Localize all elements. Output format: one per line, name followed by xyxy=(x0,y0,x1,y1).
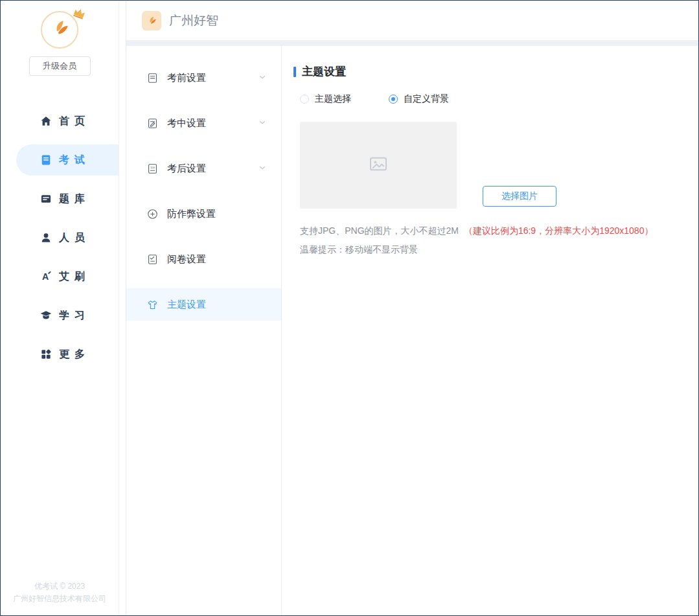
home-icon xyxy=(40,115,52,128)
ai-brush-icon: A xyxy=(40,270,52,283)
sidebar-item-label: 人员 xyxy=(59,231,90,245)
post-exam-icon: 100 xyxy=(146,162,159,175)
chevron-down-icon xyxy=(258,118,267,129)
radio-unselected-icon[interactable] xyxy=(300,95,309,104)
brand-icon xyxy=(142,11,161,30)
more-icon xyxy=(40,348,52,361)
sidebar-item-exam[interactable]: 考试 xyxy=(16,144,119,176)
menu-item-label: 防作弊设置 xyxy=(167,208,267,220)
question-bank-icon xyxy=(40,192,52,205)
theme-settings-panel: 主题设置 主题选择 自定义背景 xyxy=(282,46,698,615)
pre-exam-icon xyxy=(146,71,159,84)
sidebar-item-label: 更多 xyxy=(59,348,90,361)
sidebar-item-learning[interactable]: 学习 xyxy=(16,300,119,331)
sidebar-footer: 优考试 © 2023 广州好智信息技术有限公司 xyxy=(1,580,119,605)
svg-text:A: A xyxy=(42,271,49,282)
radio-theme-select[interactable]: 主题选择 xyxy=(300,93,351,105)
chevron-down-icon xyxy=(258,163,267,174)
page-title: 主题设置 xyxy=(302,64,346,79)
menu-item-theme-settings[interactable]: 主题设置 xyxy=(126,288,281,321)
during-exam-icon xyxy=(146,117,159,130)
copyright-line: 优考试 © 2023 xyxy=(1,580,119,593)
upload-hint-recommend: （建议比例为16:9，分辨率大小为1920x1080） xyxy=(464,225,654,236)
people-icon xyxy=(40,231,52,244)
radio-label: 自定义背景 xyxy=(404,93,449,105)
sidebar-item-more[interactable]: 更多 xyxy=(16,339,119,370)
radio-custom-background[interactable]: 自定义背景 xyxy=(389,93,449,105)
menu-item-label: 考后设置 xyxy=(167,163,258,175)
bird-logo-icon xyxy=(49,17,71,42)
image-placeholder-icon xyxy=(368,154,389,177)
company-line: 广州好智信息技术有限公司 xyxy=(1,593,119,605)
sidebar-item-label: 学习 xyxy=(59,309,90,323)
company-logo xyxy=(41,11,78,49)
header-divider-band xyxy=(126,41,698,46)
upload-hint: 支持JPG、PNG的图片，大小不超过2M （建议比例为16:9，分辨率大小为19… xyxy=(293,225,679,237)
marking-icon xyxy=(146,253,159,266)
anti-cheat-icon xyxy=(146,207,159,220)
sidebar-item-label: 题库 xyxy=(59,192,90,206)
radio-label: 主题选择 xyxy=(315,93,351,105)
sidebar-item-label: 首页 xyxy=(59,115,90,128)
menu-item-label: 阅卷设置 xyxy=(167,253,267,266)
main-sidebar: 升级会员 首页 考试 题库 xyxy=(1,1,119,615)
section-title-row: 主题设置 xyxy=(293,64,679,79)
header: 广州好智 xyxy=(126,1,698,41)
menu-item-anti-cheat-settings[interactable]: 防作弊设置 xyxy=(126,198,281,230)
settings-menu: 考前设置 考中设置 100 xyxy=(126,46,282,615)
learning-icon xyxy=(40,309,52,322)
chevron-down-icon xyxy=(258,73,267,84)
content-region: 广州好智 考前设置 考中设置 xyxy=(126,1,698,615)
mobile-tip: 温馨提示：移动端不显示背景 xyxy=(293,244,679,256)
header-title: 广州好智 xyxy=(169,12,218,29)
exam-icon xyxy=(40,154,52,166)
sidebar-item-home[interactable]: 首页 xyxy=(16,106,119,137)
menu-item-marking-settings[interactable]: 阅卷设置 xyxy=(126,243,281,275)
menu-item-pre-exam-settings[interactable]: 考前设置 xyxy=(126,62,281,94)
sidebar-item-question-bank[interactable]: 题库 xyxy=(16,183,119,214)
title-accent-bar xyxy=(293,67,296,77)
sidebar-item-label: 考试 xyxy=(59,154,90,167)
menu-item-during-exam-settings[interactable]: 考中设置 xyxy=(126,107,281,139)
background-preview xyxy=(300,122,457,209)
sidebar-nav: 首页 考试 题库 人员 A xyxy=(1,106,119,370)
menu-item-post-exam-settings[interactable]: 100 考后设置 xyxy=(126,152,281,185)
upgrade-member-button[interactable]: 升级会员 xyxy=(29,56,91,76)
theme-icon xyxy=(146,298,159,311)
menu-item-label: 主题设置 xyxy=(167,299,267,311)
radio-selected-icon[interactable] xyxy=(389,95,398,104)
menu-item-label: 考前设置 xyxy=(167,72,258,84)
menu-item-label: 考中设置 xyxy=(167,117,258,130)
sidebar-item-label: 艾刷 xyxy=(59,270,90,284)
background-upload-row: 选择图片 xyxy=(293,122,679,209)
sidebar-item-aishua[interactable]: A 艾刷 xyxy=(16,261,119,292)
app-window: 升级会员 首页 考试 题库 xyxy=(0,0,699,616)
background-mode-radios: 主题选择 自定义背景 xyxy=(293,93,679,105)
svg-text:100: 100 xyxy=(150,166,155,169)
sidebar-gutter xyxy=(119,1,126,615)
upload-hint-format: 支持JPG、PNG的图片，大小不超过2M xyxy=(300,225,459,236)
choose-image-button[interactable]: 选择图片 xyxy=(483,186,556,207)
sidebar-item-people[interactable]: 人员 xyxy=(16,222,119,253)
